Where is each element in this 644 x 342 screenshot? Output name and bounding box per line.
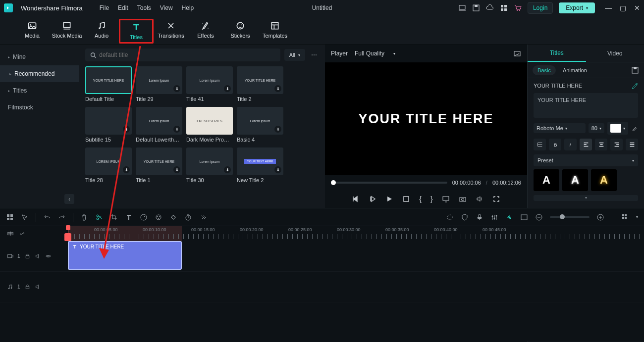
download-icon[interactable]: ⬇: [224, 166, 231, 173]
font-dropdown[interactable]: Roboto Me▾: [534, 123, 586, 133]
download-icon[interactable]: ⬇: [274, 126, 281, 133]
split-icon[interactable]: [95, 213, 103, 221]
search-box[interactable]: [85, 49, 280, 61]
zoom-slider[interactable]: [550, 216, 590, 218]
video-track-icon[interactable]: [7, 253, 13, 259]
title-card[interactable]: LOREM IPSUM⬇Title 28: [85, 147, 132, 183]
download-icon[interactable]: ⬇: [274, 166, 281, 173]
time-ruler[interactable]: 00:00:05:0000:00:10:0000:00:15:0000:00:2…: [64, 226, 644, 241]
lock-icon[interactable]: [24, 284, 31, 290]
tab-titles[interactable]: Titles: [528, 45, 586, 62]
menu-help[interactable]: Help: [182, 4, 194, 11]
fullscreen-icon[interactable]: [492, 195, 500, 203]
quality-dropdown[interactable]: Full Quality▾: [355, 50, 395, 57]
title-card[interactable]: YOUR TITLE HERE⬇Title 1: [136, 147, 182, 183]
sidebar-item-filmstock[interactable]: Filmstock: [0, 99, 79, 116]
download-icon[interactable]: ⬇: [173, 126, 180, 133]
apps-icon[interactable]: [500, 4, 508, 12]
crop-icon[interactable]: [110, 213, 118, 221]
minimize-button[interactable]: —: [605, 4, 612, 12]
mark-out-button[interactable]: }: [430, 195, 433, 203]
visibility-icon[interactable]: [45, 253, 52, 259]
image-icon[interactable]: [520, 213, 528, 221]
title-card[interactable]: ⬇Subtitle 15: [85, 107, 132, 143]
align-left-button[interactable]: [580, 139, 592, 150]
tool-transitions[interactable]: Transitions: [154, 19, 188, 41]
tool-stickers[interactable]: Stickers: [223, 19, 258, 41]
stop-button[interactable]: [402, 195, 410, 203]
zoom-in-icon[interactable]: [596, 213, 604, 221]
video-preview[interactable]: YOUR TITLE HERE: [325, 62, 527, 175]
title-card[interactable]: YOUR TITLE HEREDefault Title: [85, 66, 132, 102]
sidebar-collapse-button[interactable]: ‹: [64, 194, 74, 204]
download-icon[interactable]: ⬇: [173, 85, 180, 92]
bold-button[interactable]: B: [549, 139, 561, 150]
add-track-icon[interactable]: [7, 230, 14, 237]
lock-icon[interactable]: [24, 253, 31, 259]
scrubber[interactable]: [331, 182, 447, 184]
text-icon[interactable]: [125, 213, 133, 221]
menu-edit[interactable]: Edit: [118, 4, 128, 11]
maximize-button[interactable]: ▢: [620, 4, 626, 12]
menu-tools[interactable]: Tools: [137, 4, 151, 11]
more-options-button[interactable]: ⋯: [309, 51, 319, 58]
pointer-tool-icon[interactable]: [21, 213, 29, 221]
title-text-input[interactable]: YOUR TITLE HERE: [534, 93, 638, 118]
title-card[interactable]: Lorem Ipsum⬇Title 29: [136, 66, 182, 102]
eyedropper-icon[interactable]: [631, 125, 638, 132]
mark-in-button[interactable]: {: [419, 195, 422, 203]
sidebar-item-mine[interactable]: ▸Mine: [0, 49, 79, 65]
device-icon[interactable]: [458, 4, 466, 12]
save-icon[interactable]: [472, 4, 480, 12]
more-tools-icon[interactable]: [199, 213, 207, 221]
line-spacing-button[interactable]: [534, 139, 546, 150]
save-preset-icon[interactable]: [631, 66, 639, 74]
mic-icon[interactable]: [476, 213, 483, 221]
zoom-out-icon[interactable]: [535, 213, 543, 221]
speed-icon[interactable]: [140, 213, 148, 221]
title-card[interactable]: Lorem ipsum⬇Title 41: [186, 66, 233, 102]
title-card[interactable]: YOUR TITLE HERE⬇Title 2: [237, 66, 283, 102]
tool-media[interactable]: Media: [15, 19, 50, 41]
tab-video[interactable]: Video: [586, 45, 644, 62]
delete-icon[interactable]: [80, 213, 88, 221]
keyframe-icon[interactable]: [169, 213, 177, 221]
sidebar-item-recommended[interactable]: ▸Recommended: [0, 65, 79, 82]
title-card[interactable]: FRESH SERIESDark Movie Pro…: [186, 107, 233, 143]
download-icon[interactable]: ⬇: [123, 126, 130, 133]
preset-1[interactable]: A: [534, 169, 559, 191]
camera-icon[interactable]: [459, 195, 467, 203]
cart-icon[interactable]: [514, 4, 522, 12]
mute-icon[interactable]: [35, 284, 41, 290]
preset-3[interactable]: A: [591, 169, 617, 191]
scrubber-handle[interactable]: [331, 180, 336, 185]
preset-dropdown[interactable]: Preset▾: [534, 154, 638, 166]
color-icon[interactable]: [155, 213, 162, 221]
subtab-animation[interactable]: Animation: [563, 67, 587, 73]
align-justify-button[interactable]: [626, 139, 638, 150]
mixer-icon[interactable]: [490, 213, 498, 221]
link-icon[interactable]: [19, 230, 26, 237]
login-button[interactable]: Login: [528, 2, 553, 14]
close-button[interactable]: ✕: [634, 4, 640, 12]
subtab-basic[interactable]: Basic: [533, 65, 556, 75]
video-track-lane[interactable]: YOUR TITLE HERE: [64, 241, 644, 272]
player-label[interactable]: Player: [331, 50, 348, 57]
volume-icon[interactable]: [476, 195, 483, 203]
export-button[interactable]: Export: [559, 2, 595, 13]
title-card[interactable]: YOUR TEXT HERE⬇New Title 2: [237, 147, 283, 183]
display-icon[interactable]: [442, 195, 450, 203]
tool-stock-media[interactable]: Stock Media: [50, 19, 84, 41]
ai-edit-icon[interactable]: AI: [631, 82, 638, 89]
download-icon[interactable]: ⬇: [123, 166, 130, 173]
tool-audio[interactable]: Audio: [84, 19, 119, 41]
title-card[interactable]: Lorem ipsum⬇Default Lowerth…: [136, 107, 182, 143]
tool-titles[interactable]: Titles: [119, 19, 154, 44]
download-icon[interactable]: ⬇: [173, 166, 180, 173]
tl-options-icon[interactable]: [6, 213, 14, 221]
italic-button[interactable]: I: [564, 139, 577, 150]
menu-file[interactable]: File: [100, 4, 109, 11]
title-clip[interactable]: YOUR TITLE HERE: [68, 241, 182, 270]
title-card[interactable]: Lorem ipsum⬇Basic 4: [237, 107, 283, 143]
align-center-button[interactable]: [595, 139, 607, 150]
